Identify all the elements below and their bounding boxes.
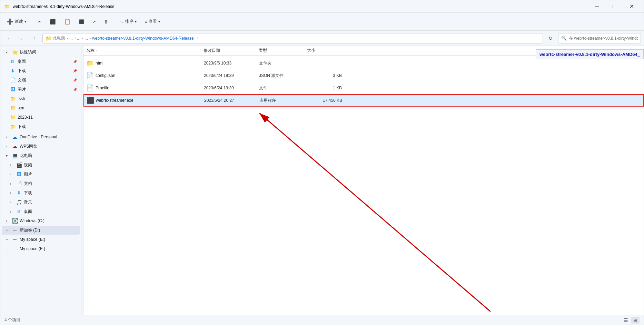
forward-button[interactable]: › <box>16 33 27 44</box>
sidebar-item-quick-access[interactable]: ▾ ⭐ 快速访问 <box>2 48 80 57</box>
sidebar-new-volume-d-label: 新加卷 (D:) <box>20 227 77 233</box>
search-input[interactable] <box>569 36 638 41</box>
sidebar-wps-label: WPS网盘 <box>20 144 77 149</box>
share-button[interactable]: ↗ <box>89 16 99 28</box>
my-space-e1-icon: ─ <box>12 237 18 242</box>
file-row-procfile[interactable]: 📄 Procfile 2023/6/24 19:39 文件 1 KB <box>83 82 644 94</box>
new-button[interactable]: ➕ 新建 ▾ <box>3 16 30 28</box>
delete-icon: 🗑 <box>104 19 108 24</box>
sidebar-item-music[interactable]: › 🎵 音乐 <box>2 198 80 207</box>
new-volume-d-icon: ─ <box>12 227 18 233</box>
address-path-segment-1: 此电脑 <box>53 35 65 41</box>
onedrive-expand-icon: › <box>6 135 10 139</box>
col-header-type[interactable]: 类型 <box>259 48 307 53</box>
more-icon: ··· <box>168 19 172 24</box>
more-button[interactable]: ··· <box>165 16 175 28</box>
desktop2-icon: 🖥 <box>16 209 22 214</box>
status-bar: 4 个项目 ☰ ⊞ <box>0 315 644 325</box>
paste-button[interactable]: 📋 <box>61 16 74 28</box>
view-chevron-icon: ▾ <box>158 20 160 23</box>
documents2-icon: 📄 <box>16 181 22 186</box>
sidebar-item-new-volume-d[interactable]: ─ ─ 新加卷 (D:) <box>2 226 80 235</box>
exe-date: 2023/6/24 20:27 <box>204 98 259 103</box>
rename-button[interactable]: ⬛ <box>76 16 88 28</box>
sidebar-item-documents[interactable]: 📄 文档 📌 <box>2 76 80 85</box>
col-date-label: 修改日期 <box>204 48 220 53</box>
sidebar-downloads-label: 下载 <box>18 68 71 74</box>
copy-icon: ⬛ <box>49 19 56 25</box>
downloads3-icon: ⬇ <box>16 190 22 196</box>
col-header-date[interactable]: 修改日期 <box>204 48 259 53</box>
pictures-icon: 🖼 <box>10 87 16 92</box>
toolbar-sep-1 <box>32 17 32 27</box>
rename-icon: ⬛ <box>79 19 84 24</box>
sidebar-item-xm[interactable]: 📁 .xm <box>2 104 80 112</box>
sidebar-item-my-space-e1[interactable]: ─ ─ My space (E:) <box>2 235 80 244</box>
window-title: webrtc-streamer-v0.8.1-dirty-Windows-AMD… <box>13 4 115 9</box>
sidebar-onedrive-label: OneDrive - Personal <box>20 135 77 139</box>
documents2-expand-icon: › <box>10 182 14 186</box>
address-sep-2: › <box>74 36 76 41</box>
sidebar-item-desktop2[interactable]: › 🖥 桌面 <box>2 207 80 216</box>
delete-button[interactable]: 🗑 <box>101 16 112 28</box>
close-button[interactable]: ✕ <box>624 0 640 13</box>
col-header-name[interactable]: 名称 ↑ <box>86 48 204 53</box>
procfile-name: Procfile <box>96 86 204 90</box>
grid-view-button[interactable]: ⊞ <box>631 317 640 324</box>
pin-icon: 📌 <box>73 60 77 63</box>
sidebar-item-ssh[interactable]: 📁 .ssh <box>2 94 80 103</box>
procfile-size: 1 KB <box>307 86 342 90</box>
cut-button[interactable]: ✂ <box>34 16 44 28</box>
sidebar-my-space-e1-label: My space (E:) <box>20 237 77 242</box>
sidebar-item-2023-11[interactable]: 📁 2023-11 <box>2 113 80 122</box>
downloads3-expand-icon: › <box>10 191 14 195</box>
sidebar-item-pictures2[interactable]: › 🖼 图片 <box>2 170 80 179</box>
title-bar-controls: ─ □ ✕ <box>589 0 640 13</box>
new-label: 新建 <box>15 19 23 24</box>
view-button[interactable]: ≡ 查看 ▾ <box>141 16 164 28</box>
videos-icon: 🎬 <box>16 162 22 168</box>
minimize-button[interactable]: ─ <box>589 0 605 13</box>
sidebar-2023-11-label: 2023-11 <box>18 115 77 120</box>
sidebar-item-onedrive[interactable]: › ☁ OneDrive - Personal <box>2 132 80 141</box>
config-json-size: 3 KB <box>307 73 342 78</box>
file-row-config-json[interactable]: 📄 config.json 2023/6/24 19:39 JSON 源文件 3… <box>83 69 644 82</box>
quick-access-icon: ⭐ <box>12 49 18 55</box>
address-chevron-icon: › <box>197 36 198 40</box>
sidebar-item-downloads2[interactable]: 📁 下载 <box>2 122 80 131</box>
up-button[interactable]: ↑ <box>29 33 40 44</box>
sidebar-item-downloads3[interactable]: › ⬇ 下载 <box>2 188 80 197</box>
music-icon: 🎵 <box>16 199 22 205</box>
list-view-button[interactable]: ☰ <box>622 317 630 324</box>
sidebar-item-desktop[interactable]: 🖥 桌面 📌 <box>2 57 80 66</box>
file-row-webrtc-streamer-exe[interactable]: ⬛ webrtc-streamer.exe 2023/6/24 20:27 应用… <box>83 94 644 107</box>
sidebar-item-thispc[interactable]: ▾ 💻 此电脑 <box>2 151 80 160</box>
status-view-icons: ☰ ⊞ <box>622 317 640 324</box>
back-button[interactable]: ‹ <box>3 33 14 44</box>
wps-icon: ☁ <box>12 144 18 149</box>
sidebar-videos-label: 视频 <box>24 162 77 168</box>
col-name-label: 名称 <box>86 48 95 53</box>
address-path-segment-4: ... <box>85 36 88 41</box>
sidebar-item-downloads[interactable]: ⬇ 下载 📌 <box>2 66 80 75</box>
sidebar-item-documents2[interactable]: › 📄 文档 <box>2 179 80 188</box>
refresh-button[interactable]: ↻ <box>545 33 556 44</box>
sidebar-item-pictures[interactable]: 🖼 图片 📌 <box>2 85 80 94</box>
new-chevron-icon: ▾ <box>24 20 26 23</box>
col-sort-icon: ↑ <box>96 49 98 52</box>
copy-button[interactable]: ⬛ <box>46 16 59 28</box>
sidebar-item-windows-c[interactable]: › 💽 Windows (C:) <box>2 216 80 225</box>
sort-button[interactable]: ↑↓ 排序 ▾ <box>116 16 140 28</box>
sidebar-item-my-space-e2[interactable]: ─ ─ My space (E:) <box>2 244 80 253</box>
address-path[interactable]: 📁 此电脑 › ... › ... › ... › webrtc-streame… <box>42 33 543 43</box>
sidebar-item-videos[interactable]: › 🎬 视频 <box>2 160 80 169</box>
music-expand-icon: › <box>10 200 14 204</box>
pin-icon-2: 📌 <box>73 69 77 73</box>
videos-expand-icon: › <box>10 163 14 167</box>
view-icon: ≡ <box>145 19 147 24</box>
sidebar-item-wps[interactable]: › ☁ WPS网盘 <box>2 142 80 151</box>
address-sep-3: › <box>82 36 83 41</box>
maximize-button[interactable]: □ <box>606 0 622 13</box>
col-header-size[interactable]: 大小 <box>307 48 341 53</box>
html-name: html <box>96 61 204 66</box>
